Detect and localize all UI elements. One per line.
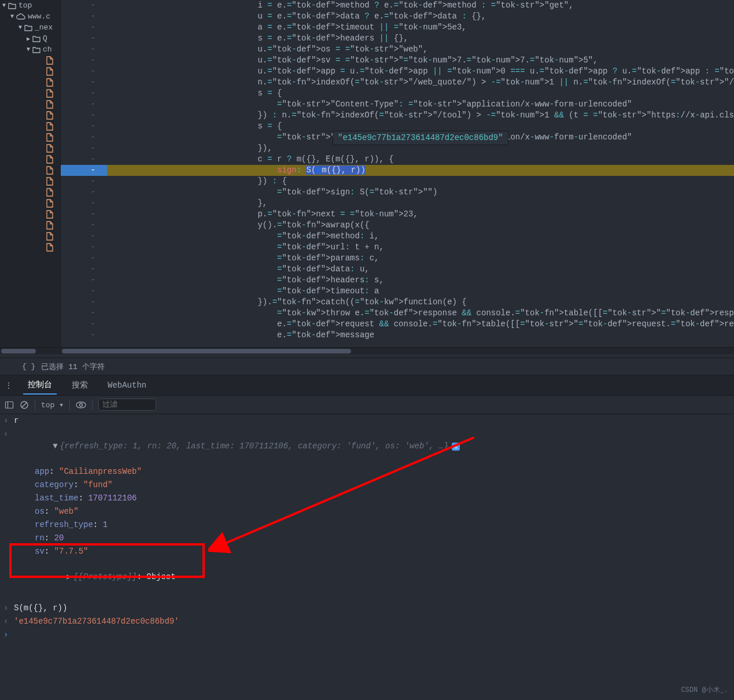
file-icon (46, 144, 53, 153)
code-line: - }) : { (61, 176, 734, 187)
code-line: - u.="tok-def">os = ="tok-str">"web", (61, 44, 734, 55)
tree-file-item[interactable] (42, 198, 60, 209)
cloud-icon (16, 13, 25, 20)
file-icon (46, 232, 53, 241)
gutter: - (61, 99, 107, 110)
tree-file-item[interactable] (42, 88, 60, 99)
gutter: - (61, 308, 107, 319)
caret-icon: ▼ (2, 2, 8, 9)
gutter: - (61, 231, 107, 242)
more-tools-icon[interactable]: ⋮ (5, 381, 13, 390)
console-input-line[interactable]: r (14, 415, 731, 427)
line-content: ="tok-def">url: t + n, (107, 242, 734, 253)
tree-file-item[interactable] (42, 110, 60, 121)
tab-console[interactable]: 控制台 (23, 376, 57, 395)
tree-file-item[interactable] (42, 132, 60, 143)
object-summary[interactable]: {refresh_type: 1, rn: 20, last_time: 170… (60, 441, 448, 451)
tree-file-item[interactable] (42, 176, 60, 187)
file-icon (46, 67, 53, 76)
file-icon (46, 177, 53, 186)
line-content: u.="tok-def">app = u.="tok-def">app || =… (107, 66, 734, 77)
gutter: - (61, 132, 107, 143)
code-line[interactable]: - sign: S(m({}, r)) (61, 165, 734, 176)
line-content: }).="tok-fn">catch((="tok-kw">function(e… (107, 297, 734, 308)
tree-item[interactable]: ▶Q (0, 33, 60, 44)
file-icon (46, 155, 53, 164)
console-sidebar-toggle-icon[interactable] (5, 400, 14, 410)
tab-search[interactable]: 搜索 (67, 377, 93, 394)
gutter: - (61, 143, 107, 154)
line-content: ="tok-kw">throw e.="tok-def">response &&… (107, 308, 734, 319)
console-filter-input[interactable] (98, 399, 156, 411)
file-icon (46, 111, 53, 120)
code-line: - }) : n.="tok-fn">indexOf(="tok-str">"/… (61, 110, 734, 121)
clear-console-icon[interactable] (20, 400, 29, 410)
code-line: - u.="tok-def">app = u.="tok-def">app ||… (61, 66, 734, 77)
prototype-label: [[Prototype]] (73, 572, 137, 581)
tree-item[interactable]: ▼top (0, 0, 60, 11)
gutter: - (61, 242, 107, 253)
gutter: - (61, 55, 107, 66)
info-badge-icon[interactable]: i (452, 443, 460, 451)
tree-item[interactable]: ▼_nex (0, 22, 60, 33)
gutter: - (61, 297, 107, 308)
sidebar-hscroll[interactable] (0, 347, 61, 354)
gutter: - (61, 319, 107, 330)
tree-file-item[interactable] (42, 66, 60, 77)
console-input-chevron-icon: › (3, 602, 14, 614)
code-line: - p.="tok-fn">next = ="tok-num">23, (61, 209, 734, 220)
file-icon (46, 56, 53, 65)
tree-file-item[interactable] (42, 99, 60, 110)
console-input-chevron-icon[interactable]: › (3, 629, 14, 641)
line-content: s = { (107, 88, 734, 99)
context-selector[interactable]: top ▾ (41, 400, 64, 410)
svg-point-4 (80, 403, 83, 406)
code-line: - ="tok-def">timeout: a (61, 286, 734, 297)
line-content: y().="tok-fn">awrap(x({ (107, 220, 734, 231)
tree-file-item[interactable] (42, 143, 60, 154)
code-line: - ="tok-def">params: c, (61, 253, 734, 264)
line-content: ="tok-str">"Content-Type": ="tok-str">"a… (107, 99, 734, 110)
editor-hscroll[interactable] (61, 347, 734, 354)
object-property: rn: 20 (0, 532, 734, 545)
pretty-print-icon[interactable]: { } (22, 362, 35, 371)
gutter: - (61, 165, 107, 176)
file-icon (46, 199, 53, 208)
tree-file-item[interactable] (42, 121, 60, 132)
tree-file-item[interactable] (42, 242, 60, 253)
line-content: }, (107, 198, 734, 209)
watermark: CSDN @小木_. (681, 684, 728, 697)
object-property: refresh_type: 1 (0, 518, 734, 532)
tab-webauthn[interactable]: WebAuthn (103, 377, 151, 393)
tree-file-item[interactable] (42, 209, 60, 220)
tree-file-item[interactable] (42, 220, 60, 231)
console-result: 'e145e9c77b1a273614487d2ec0c86bd9' (14, 617, 179, 626)
tree-file-item[interactable] (42, 165, 60, 176)
console-input-chevron-icon: › (3, 415, 14, 427)
gutter: - (61, 0, 107, 11)
tree-file-item[interactable] (42, 154, 60, 165)
gutter: - (61, 110, 107, 121)
line-content: sign: S(m({}, r)) (107, 165, 734, 176)
tree-file-item[interactable] (42, 231, 60, 242)
console-input-line[interactable]: S(m({}, r)) (14, 602, 731, 614)
file-icon (46, 133, 53, 142)
tree-item[interactable]: ▼ch (0, 44, 60, 55)
file-tree-sidebar: ▼top▼www.c▼_nex▶Q▼ch (0, 0, 61, 347)
tree-item[interactable]: ▼www.c (0, 11, 60, 22)
code-line: - }, (61, 198, 734, 209)
line-content: ="tok-def">sign: S(="tok-str">"") (107, 187, 734, 198)
file-icon (46, 100, 53, 109)
line-content: c = r ? m({}, E(m({}, r)), { (107, 154, 734, 165)
tree-file-item[interactable] (42, 55, 60, 66)
expand-caret-icon[interactable]: ▼ (53, 440, 60, 452)
tree-file-item[interactable] (42, 77, 60, 88)
gutter: - (61, 33, 107, 44)
expand-caret-icon[interactable]: ▶ (67, 571, 73, 583)
gutter: - (61, 330, 107, 341)
live-expression-icon[interactable] (76, 401, 86, 408)
code-line: - e.="tok-def">message (61, 330, 734, 341)
tree-file-item[interactable] (42, 187, 60, 198)
folder-icon (32, 46, 40, 53)
prototype-value[interactable]: Object (146, 572, 175, 581)
